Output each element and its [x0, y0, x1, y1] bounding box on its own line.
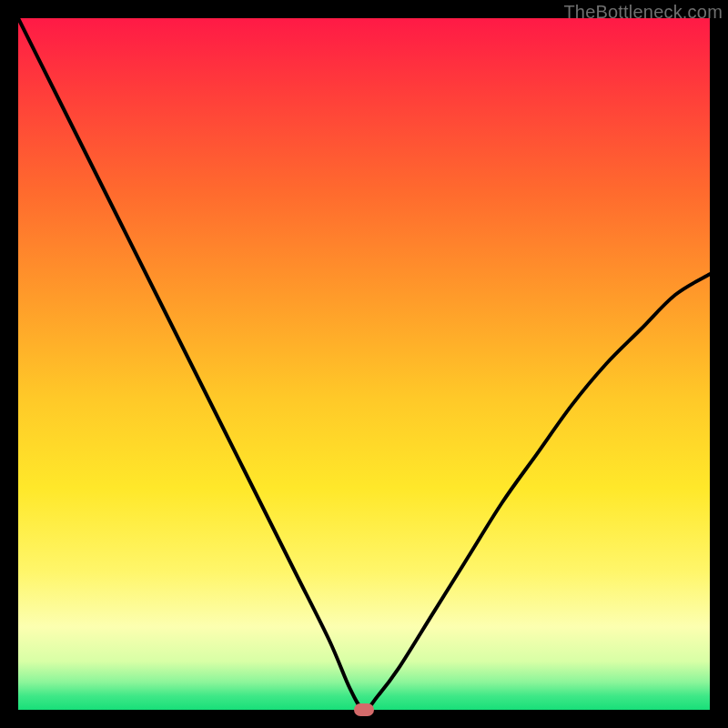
bottleneck-curve: [18, 18, 710, 710]
watermark-text: TheBottleneck.com: [563, 2, 723, 23]
min-marker: [354, 703, 374, 716]
chart-frame: TheBottleneck.com: [0, 0, 728, 728]
plot-area: [18, 18, 710, 710]
curve-path: [18, 18, 710, 710]
